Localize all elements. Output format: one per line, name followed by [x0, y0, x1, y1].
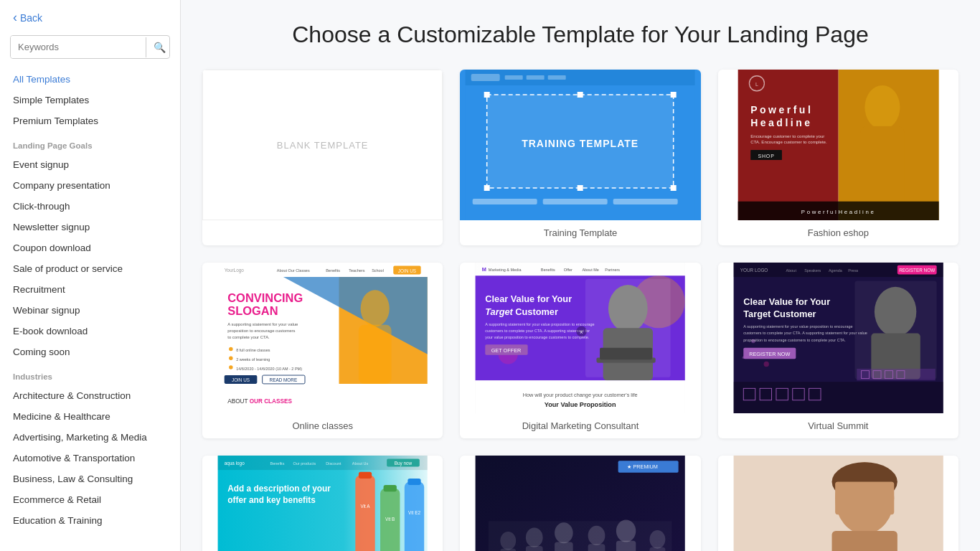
sidebar-item-ecommerce[interactable]: Ecommerce & Retail [10, 489, 170, 510]
svg-text:L: L [755, 82, 758, 87]
sidebar-item-newsletter-signup[interactable]: Newsletter signup [10, 217, 170, 237]
svg-text:About: About [786, 268, 796, 273]
sidebar-item-business[interactable]: Business, Law & Consulting [10, 468, 170, 489]
svg-text:aqua logo: aqua logo [225, 461, 245, 466]
svg-text:A supporting statement for you: A supporting statement for your value pr… [486, 322, 595, 326]
svg-text:8 full online classes: 8 full online classes [236, 348, 270, 352]
sidebar-item-automotive[interactable]: Automotive & Transportation [10, 448, 170, 468]
svg-text:TRAINING TEMPLATE: TRAINING TEMPLATE [522, 138, 639, 149]
svg-rect-16 [613, 199, 678, 204]
svg-text:Vit E2: Vit E2 [408, 510, 420, 515]
svg-rect-10 [671, 185, 677, 191]
svg-point-103 [875, 287, 916, 336]
blank-template-caption [202, 220, 443, 235]
svg-rect-14 [473, 199, 537, 204]
template-card-digital-marketing[interactable]: M Marketing & Media Benefits Offer About… [460, 263, 700, 438]
fashion-template-caption: Fashion eshop [718, 220, 958, 245]
svg-rect-7 [484, 92, 490, 98]
svg-rect-77 [600, 348, 652, 359]
sidebar-item-premium-templates[interactable]: Premium Templates [10, 110, 170, 131]
svg-rect-3 [505, 75, 523, 80]
training-template-caption: Training Template [460, 220, 700, 245]
svg-rect-5 [548, 75, 566, 80]
svg-rect-9 [484, 185, 490, 191]
svg-text:Powerful: Powerful [750, 104, 813, 116]
svg-text:Vit A: Vit A [361, 504, 371, 509]
svg-text:About Us: About Us [352, 461, 369, 466]
svg-text:A supporting statement for you: A supporting statement for your value [227, 322, 298, 326]
online-classes-svg: YourLogo About Our Classes Benefits Teac… [202, 263, 443, 413]
template-card-fashion[interactable]: L Powerful Headline Encourage customer t… [718, 70, 958, 245]
sidebar-item-coupon-download[interactable]: Coupon download [10, 237, 170, 258]
svg-text:JOIN US: JOIN US [232, 377, 250, 382]
sidebar-item-advertising[interactable]: Advertising, Marketing & Media [10, 427, 170, 448]
svg-text:Encourage customer to complete: Encourage customer to complete your [750, 133, 824, 138]
svg-text:REGISTER NOW: REGISTER NOW [749, 351, 790, 357]
template-card-online-classes[interactable]: YourLogo About Our Classes Benefits Teac… [202, 263, 443, 438]
svg-text:Target Customer: Target Customer [486, 306, 559, 317]
sidebar-item-simple-templates[interactable]: Simple Templates [10, 90, 170, 110]
svg-text:Discount: Discount [326, 461, 341, 466]
training-svg: TRAINING TEMPLATE [460, 70, 700, 220]
svg-text:How will your product change y: How will your product change your custom… [523, 392, 638, 398]
template-card-virtual-summit[interactable]: YOUR LOGO About Speakers Agenda Press RE… [718, 263, 958, 438]
sidebar-item-event-signup[interactable]: Event signup [10, 154, 170, 175]
svg-rect-15 [543, 199, 608, 204]
blank-template-thumb: BLANK TEMPLATE [202, 70, 443, 220]
svg-rect-154 [616, 541, 636, 551]
online-classes-thumb: YourLogo About Our Classes Benefits Teac… [202, 263, 443, 413]
sidebar-item-company-presentation[interactable]: Company presentation [10, 175, 170, 196]
svg-text:JOIN US: JOIN US [398, 268, 416, 273]
sidebar-item-coming-soon[interactable]: Coming soon [10, 342, 170, 362]
svg-point-151 [588, 526, 606, 545]
svg-text:ABOUT OUR CLASSES: ABOUT OUR CLASSES [227, 398, 292, 405]
svg-text:Benefits: Benefits [326, 268, 340, 273]
svg-text:SHOP: SHOP [758, 154, 774, 159]
goals-section-header: Landing Page Goals [10, 131, 170, 154]
svg-rect-8 [671, 92, 677, 98]
fashion2-svg: THE FASHION IN YOUR LIFE [718, 456, 958, 551]
svg-rect-144 [489, 521, 672, 551]
svg-point-19 [864, 85, 900, 129]
search-input[interactable] [11, 36, 146, 58]
svg-text:Clear Value for Your: Clear Value for Your [743, 296, 830, 307]
sidebar-item-ebook-download[interactable]: E-book download [10, 321, 170, 342]
svg-text:YourLogo: YourLogo [225, 268, 245, 273]
svg-rect-138 [384, 485, 397, 491]
svg-rect-4 [527, 75, 545, 80]
template-card-premium-financial[interactable]: ★ PREMIUM PREMIUM THE BEST FINANCIAL SPE… [460, 456, 700, 551]
sidebar-item-webinar-signup[interactable]: Webinar signup [10, 300, 170, 321]
sidebar-item-recruitment[interactable]: Recruitment [10, 279, 170, 300]
sidebar-item-architecture[interactable]: Architecture & Construction [10, 385, 170, 406]
blank-template-label: BLANK TEMPLATE [277, 140, 369, 151]
template-card-fashion2[interactable]: THE FASHION IN YOUR LIFE [718, 456, 958, 551]
svg-text:SLOGAN: SLOGAN [227, 304, 278, 317]
premium-financial-thumb: ★ PREMIUM PREMIUM THE BEST FINANCIAL SPE… [460, 456, 700, 551]
digital-marketing-caption: Digital Marketing Consultant [460, 413, 700, 438]
svg-text:proposition to encourage custo: proposition to encourage customers to co… [743, 338, 846, 342]
search-button[interactable]: 🔍 [146, 37, 170, 57]
sidebar-item-medicine[interactable]: Medicine & Healthcare [10, 406, 170, 427]
svg-text:14/6/2020 - 14/6/2020 (10 AM -: 14/6/2020 - 14/6/2020 (10 AM - 2 PM) [236, 367, 302, 371]
fashion2-thumb: THE FASHION IN YOUR LIFE [718, 456, 958, 551]
svg-text:your value proposition to enco: your value proposition to encourage cust… [486, 335, 590, 339]
svg-text:Partners: Partners [606, 268, 621, 272]
svg-rect-165 [831, 531, 897, 551]
svg-text:About Our Classes: About Our Classes [277, 268, 310, 273]
svg-rect-152 [588, 544, 606, 551]
sidebar-item-all-templates[interactable]: All Templates [10, 69, 170, 90]
svg-text:★ PREMIUM: ★ PREMIUM [628, 463, 659, 470]
svg-text:Marketing & Media: Marketing & Media [489, 268, 522, 272]
sidebar-item-click-through[interactable]: Click-through [10, 196, 170, 217]
template-card-training[interactable]: TRAINING TEMPLATE Training Template [460, 70, 700, 245]
digital-marketing-svg: M Marketing & Media Benefits Offer About… [460, 263, 700, 413]
svg-point-50 [229, 347, 232, 351]
svg-text:CTA. Encourage customer to com: CTA. Encourage customer to complete. [750, 139, 827, 144]
template-card-supplement[interactable]: aqua logo Benefits Our products Discount… [202, 456, 443, 551]
svg-text:Vit B: Vit B [385, 517, 395, 522]
sidebar-item-education[interactable]: Education & Training [10, 510, 170, 531]
sidebar-item-sale-of-product[interactable]: Sale of product or service [10, 258, 170, 279]
fashion-template-thumb: L Powerful Headline Encourage customer t… [718, 70, 958, 220]
template-card-blank[interactable]: BLANK TEMPLATE [202, 70, 443, 245]
back-button[interactable]: Back [0, 0, 180, 32]
